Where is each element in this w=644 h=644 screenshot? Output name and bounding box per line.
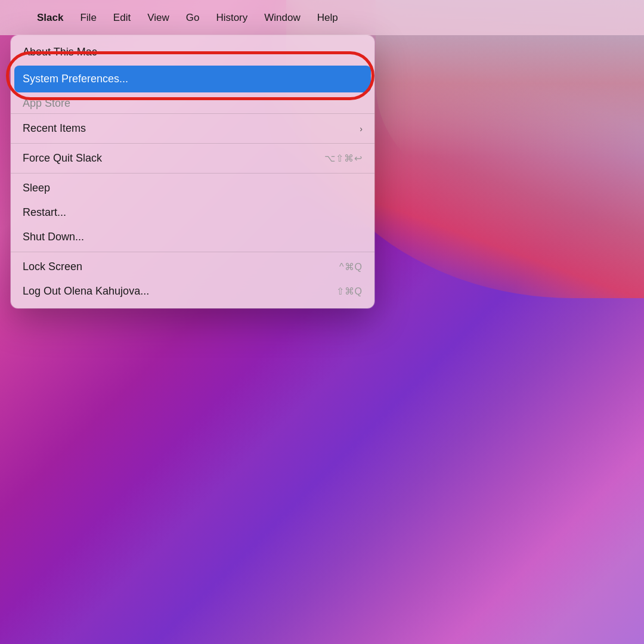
logout-shortcut: ⇧⌘Q xyxy=(336,286,363,297)
menu-item-restart[interactable]: Restart... xyxy=(11,200,374,225)
menubar-help[interactable]: Help xyxy=(310,9,345,27)
force-quit-label: Force Quit Slack xyxy=(23,152,102,165)
menu-item-force-quit[interactable]: Force Quit Slack ⌥⇧⌘↩ xyxy=(11,146,374,171)
menubar-view[interactable]: View xyxy=(140,9,177,27)
menubar-file[interactable]: File xyxy=(73,9,103,27)
apple-menu-button[interactable] xyxy=(11,15,27,21)
about-label: About This Mac xyxy=(23,46,97,58)
menubar-go[interactable]: Go xyxy=(179,9,207,27)
app-store-label: App Store xyxy=(23,97,70,109)
sleep-label: Sleep xyxy=(23,182,50,194)
force-quit-shortcut: ⌥⇧⌘↩ xyxy=(324,153,363,164)
recent-items-label: Recent Items xyxy=(23,122,86,135)
menu-item-lock-screen[interactable]: Lock Screen ^⌘Q xyxy=(11,255,374,279)
shutdown-label: Shut Down... xyxy=(23,231,84,243)
apple-dropdown-menu: About This Mac System Preferences... App… xyxy=(11,35,374,308)
menu-item-sleep[interactable]: Sleep xyxy=(11,176,374,200)
menu-item-recent-items[interactable]: Recent Items › xyxy=(11,116,374,141)
logout-label: Log Out Olena Kahujova... xyxy=(23,285,149,298)
system-prefs-label: System Preferences... xyxy=(23,73,128,85)
menubar-app-name[interactable]: Slack xyxy=(30,9,70,27)
lock-screen-shortcut: ^⌘Q xyxy=(339,261,363,273)
menu-item-app-store[interactable]: App Store xyxy=(11,94,374,111)
separator-3 xyxy=(11,173,374,174)
menu-item-about[interactable]: About This Mac xyxy=(11,40,374,64)
recent-items-chevron: › xyxy=(360,124,363,134)
menu-item-shutdown[interactable]: Shut Down... xyxy=(11,225,374,249)
menubar: Slack File Edit View Go History Window H… xyxy=(0,0,644,35)
menu-item-system-prefs[interactable]: System Preferences... xyxy=(14,66,371,92)
menubar-items: Slack File Edit View Go History Window H… xyxy=(11,9,633,27)
separator-1 xyxy=(11,113,374,114)
lock-screen-label: Lock Screen xyxy=(23,261,82,273)
menu-item-system-prefs-wrapper: System Preferences... xyxy=(11,64,374,94)
separator-2 xyxy=(11,143,374,144)
menubar-edit[interactable]: Edit xyxy=(106,9,138,27)
menubar-history[interactable]: History xyxy=(209,9,255,27)
menu-item-logout[interactable]: Log Out Olena Kahujova... ⇧⌘Q xyxy=(11,279,374,304)
restart-label: Restart... xyxy=(23,206,66,219)
menubar-window[interactable]: Window xyxy=(257,9,307,27)
separator-4 xyxy=(11,252,374,252)
